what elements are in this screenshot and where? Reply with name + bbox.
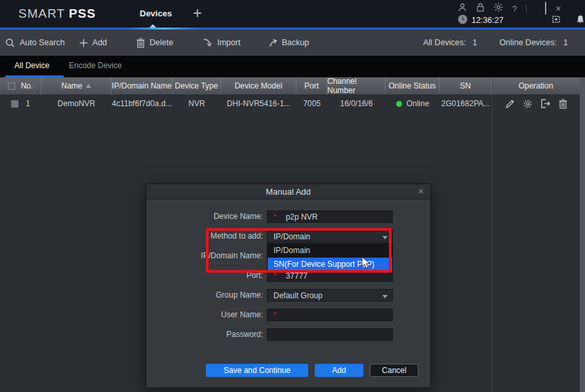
all-devices-label: All Devices: <box>423 38 466 47</box>
tab-devices[interactable]: Devices <box>134 0 177 28</box>
maximize-icon[interactable] <box>545 3 546 14</box>
delete-label: Delete <box>150 38 173 47</box>
header-device-model[interactable]: Device Model <box>221 77 296 94</box>
cancel-button[interactable]: Cancel <box>370 364 418 377</box>
group-name-label: Group Name: <box>146 289 263 302</box>
row-checkbox[interactable] <box>11 100 18 108</box>
header-operation[interactable]: Operation <box>492 77 580 94</box>
device-tabstrip: All Device Encode Device <box>0 56 585 77</box>
online-devices-label: Online Devices: <box>500 38 557 47</box>
row-name: DemoNVR <box>41 94 111 113</box>
device-name-row: Device Name: *p2p NVR <box>146 210 430 223</box>
backup-label: Backup <box>282 38 310 47</box>
group-name-row: Group Name: Default Group <box>146 289 430 302</box>
group-name-select[interactable]: Default Group <box>267 289 393 302</box>
delete-button[interactable]: Delete <box>136 38 173 48</box>
sort-asc-icon <box>86 84 91 88</box>
group-name-value: Default Group <box>273 291 323 300</box>
dialog-title: Manual Add <box>146 184 430 199</box>
manual-add-dialog: Manual Add × Device Name: *p2p NVR Metho… <box>146 184 431 388</box>
header-device-type[interactable]: Device Type <box>172 77 221 94</box>
titlebar-divider <box>526 5 527 12</box>
required-mark: * <box>273 311 277 320</box>
add-label: Add <box>92 38 107 47</box>
dialog-buttons: Save and Continue Add Cancel <box>146 364 430 377</box>
help-icon[interactable]: ? <box>512 4 517 14</box>
app-logo: SMART PSS <box>18 7 96 21</box>
logo-pss: PSS <box>69 7 96 20</box>
alarm-bell-icon[interactable] <box>576 14 585 26</box>
settings-gear-icon[interactable] <box>494 3 503 14</box>
import-arrow-icon <box>203 38 212 47</box>
trash-icon <box>136 38 145 48</box>
header-online-status[interactable]: Online Status <box>386 77 439 94</box>
required-mark: * <box>273 212 277 222</box>
device-chip-icon[interactable] <box>551 14 561 26</box>
logout-export-icon[interactable] <box>540 99 551 108</box>
status-row: 12:36:27 <box>458 14 580 26</box>
all-devices-count: 1 <box>473 38 477 47</box>
device-name-field[interactable]: *p2p NVR <box>267 210 393 223</box>
logo-smart: SMART <box>18 7 65 20</box>
import-button[interactable]: Import <box>203 38 240 47</box>
row-port: 7005 <box>296 94 327 113</box>
row-ip: 4c11bf6f7d0a.d... <box>111 94 172 113</box>
clock-icon <box>458 14 468 26</box>
row-device-model: DHI-NVR5416-1... <box>221 94 296 113</box>
titlebar-icon-row: ? × <box>458 3 580 14</box>
header-ip[interactable]: IP/Domain Name <box>111 77 172 94</box>
edit-pencil-icon[interactable] <box>505 99 515 109</box>
dialog-titlebar: Manual Add × <box>146 184 430 199</box>
row-operations <box>505 99 567 109</box>
row-device-type: NVR <box>172 94 221 113</box>
backup-arrow-icon <box>268 38 277 48</box>
clock-time: 12:36:27 <box>472 16 504 25</box>
device-table-header: No. Name IP/Domain Name Device Type Devi… <box>0 77 580 94</box>
password-field[interactable] <box>267 328 393 341</box>
config-gear-icon[interactable] <box>523 99 533 109</box>
add-button[interactable]: Add <box>79 38 107 47</box>
select-all-checkbox[interactable] <box>8 83 15 90</box>
device-counts: All Devices:1 Online Devices:1 <box>423 29 568 56</box>
tab-all-device[interactable]: All Device <box>14 56 49 75</box>
column-divider <box>492 77 493 392</box>
vertical-scrollbar[interactable] <box>580 77 585 392</box>
user-name-row: User Name: * <box>146 309 430 321</box>
password-label: Password: <box>146 328 263 341</box>
tab-encode-device[interactable]: Encode Device <box>69 56 122 75</box>
search-icon <box>5 38 15 48</box>
add-device-button[interactable]: Add <box>315 364 363 377</box>
header-no: No. <box>0 77 41 94</box>
row-online-status: Online <box>386 94 439 113</box>
header-port[interactable]: Port <box>296 77 327 94</box>
table-row[interactable]: 1 DemoNVR 4c11bf6f7d0a.d... NVR DHI-NVR5… <box>0 94 580 113</box>
user-name-field[interactable]: * <box>267 309 393 321</box>
row-no: 1 <box>26 99 30 108</box>
delete-trash-icon[interactable] <box>559 99 567 109</box>
header-no-label[interactable]: No. <box>21 81 33 90</box>
header-sn[interactable]: SN <box>439 77 492 94</box>
new-tab-button[interactable]: + <box>188 4 207 24</box>
backup-button[interactable]: Backup <box>268 38 310 48</box>
header-channel-number[interactable]: Channel Number <box>327 77 386 94</box>
close-icon[interactable]: × <box>555 5 561 12</box>
row-channel-number: 16/0/16/6 <box>327 94 386 113</box>
user-icon[interactable] <box>458 3 467 14</box>
header-name[interactable]: Name <box>41 77 111 94</box>
smart-pss-window: SMART PSS Devices + ? × 12:36:27 <box>0 0 585 392</box>
online-status-text: Online <box>407 99 430 108</box>
lock-icon[interactable] <box>476 3 485 14</box>
device-toolbar: Auto Search Add Delete Import Backup <box>0 29 585 56</box>
auto-search-button[interactable]: Auto Search <box>5 38 65 48</box>
online-status-dot <box>396 101 402 107</box>
mouse-cursor <box>361 256 373 272</box>
online-devices-count: 1 <box>563 38 568 47</box>
user-name-label: User Name: <box>146 309 263 321</box>
save-and-continue-button[interactable]: Save and Continue <box>206 364 308 377</box>
import-label: Import <box>217 38 240 47</box>
active-tab-notch <box>150 24 156 28</box>
row-sn: 2G01682PA... <box>439 94 492 113</box>
title-bar: SMART PSS Devices + ? × 12:36:27 <box>0 0 585 28</box>
dialog-close-icon[interactable]: × <box>418 184 424 199</box>
chevron-down-icon <box>382 295 388 298</box>
